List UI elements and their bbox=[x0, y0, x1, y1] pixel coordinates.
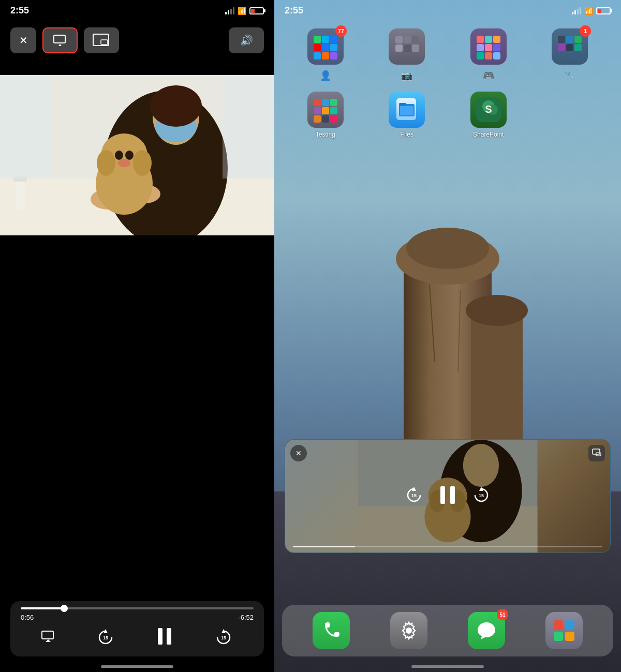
close-button[interactable]: ✕ bbox=[10, 27, 36, 53]
svg-text:15: 15 bbox=[221, 635, 226, 640]
pip-skip-forward[interactable]: 15 bbox=[472, 486, 491, 506]
pause-button[interactable] bbox=[156, 626, 173, 648]
app-item-sharepoint[interactable]: S SharePoint bbox=[468, 92, 509, 138]
battery-left bbox=[249, 7, 264, 14]
dock-item-settings[interactable] bbox=[390, 612, 427, 649]
svg-rect-101 bbox=[440, 486, 445, 504]
right-time: 2:55 bbox=[285, 5, 303, 16]
sharepoint-label: SharePoint bbox=[473, 131, 504, 138]
svg-rect-56 bbox=[404, 44, 411, 52]
folder2-icon bbox=[389, 28, 425, 65]
pip-icon bbox=[93, 34, 110, 47]
svg-rect-54 bbox=[412, 36, 419, 43]
work-folder-icon: 1 bbox=[552, 28, 588, 65]
progress-thumb bbox=[61, 605, 68, 612]
multi-icon-art bbox=[552, 618, 576, 643]
svg-rect-79 bbox=[314, 115, 321, 123]
svg-rect-23 bbox=[223, 75, 274, 178]
svg-rect-102 bbox=[450, 486, 455, 504]
row1-icon-4: 🔧 bbox=[564, 70, 575, 81]
airplay-small-icon bbox=[41, 631, 55, 642]
pip-pause-button[interactable] bbox=[439, 485, 456, 507]
pip-expand-icon bbox=[592, 449, 601, 458]
airplay-button[interactable] bbox=[42, 27, 78, 53]
pip-progress bbox=[293, 546, 602, 547]
dock-item-phone[interactable] bbox=[313, 612, 350, 649]
svg-rect-20 bbox=[16, 178, 25, 210]
svg-rect-43 bbox=[314, 36, 321, 43]
svg-rect-77 bbox=[322, 107, 329, 114]
skip-forward-button[interactable]: 15 bbox=[214, 628, 233, 647]
right-status-bar: 2:55 📶 bbox=[274, 0, 621, 21]
svg-rect-4 bbox=[101, 40, 108, 44]
close-icon: ✕ bbox=[19, 34, 28, 47]
dock: 51 bbox=[282, 605, 613, 656]
svg-rect-64 bbox=[477, 52, 484, 59]
airplay-icon bbox=[53, 35, 67, 46]
app-item-testing[interactable]: Testing bbox=[305, 92, 346, 138]
testing-folder-icon bbox=[307, 92, 344, 128]
svg-rect-62 bbox=[485, 44, 492, 51]
app-item-work-folder[interactable]: 1 🔧 bbox=[549, 28, 590, 81]
svg-rect-24 bbox=[42, 631, 53, 639]
svg-rect-29 bbox=[158, 628, 162, 645]
home-indicator-right bbox=[411, 665, 484, 668]
svg-rect-109 bbox=[565, 620, 574, 630]
pip-expand-button[interactable] bbox=[588, 445, 605, 461]
signal-bars-right bbox=[572, 7, 581, 14]
svg-rect-22 bbox=[0, 75, 52, 178]
current-time: 0:56 bbox=[21, 614, 34, 621]
svg-rect-71 bbox=[566, 44, 573, 51]
folder-social-art bbox=[312, 33, 339, 61]
skip-back-button[interactable]: 15 bbox=[96, 628, 115, 647]
social-badge: 77 bbox=[335, 25, 347, 37]
sharepoint-icon: S bbox=[470, 92, 507, 128]
svg-point-107 bbox=[406, 628, 412, 634]
svg-marker-1 bbox=[57, 44, 63, 46]
svg-rect-85 bbox=[399, 103, 406, 106]
left-time: 2:55 bbox=[10, 5, 29, 16]
pip-skip-forward-icon: 15 bbox=[472, 486, 491, 504]
dock-item-multi[interactable] bbox=[545, 612, 583, 649]
pip-button[interactable] bbox=[84, 27, 119, 53]
app-item-social-folder[interactable]: 77 bbox=[305, 28, 346, 81]
signal-bars-left bbox=[225, 7, 234, 14]
wifi-icon-right: 📶 bbox=[584, 7, 593, 15]
svg-rect-73 bbox=[314, 99, 321, 106]
progress-fill bbox=[21, 607, 63, 609]
app-item-folder2[interactable]: 📷 bbox=[386, 28, 427, 81]
app-item-files[interactable]: Files bbox=[386, 92, 427, 138]
svg-rect-60 bbox=[493, 36, 500, 43]
games-folder-icon bbox=[470, 28, 507, 65]
svg-rect-50 bbox=[322, 52, 329, 59]
dock-item-messages[interactable]: 51 bbox=[468, 612, 505, 649]
svg-text:S: S bbox=[485, 103, 492, 115]
settings-icon-art bbox=[398, 620, 419, 641]
airplay-small-button[interactable] bbox=[41, 631, 55, 644]
svg-rect-72 bbox=[574, 44, 582, 51]
phone-icon-art bbox=[321, 620, 342, 641]
app-row-1: 77 bbox=[285, 28, 611, 81]
video-below-area bbox=[0, 235, 274, 349]
svg-rect-44 bbox=[322, 36, 329, 43]
pip-close-button[interactable]: ✕ bbox=[290, 445, 307, 461]
progress-track[interactable] bbox=[21, 607, 254, 609]
pip-skip-back-icon: 15 bbox=[405, 486, 423, 504]
svg-rect-66 bbox=[493, 52, 500, 59]
pip-close-icon: ✕ bbox=[295, 449, 302, 457]
svg-rect-110 bbox=[554, 632, 563, 641]
messages-icon: 51 bbox=[468, 612, 505, 649]
left-status-icons: 📶 bbox=[225, 7, 264, 15]
app-row-2: Testing bbox=[285, 92, 611, 138]
app-item-games-folder[interactable]: 🎮 bbox=[468, 28, 509, 81]
volume-icon: 🔊 bbox=[240, 34, 253, 47]
volume-button[interactable]: 🔊 bbox=[229, 27, 264, 53]
pip-window[interactable]: 15 15 ✕ bbox=[285, 439, 611, 553]
row1-icon-3: 🎮 bbox=[483, 70, 494, 81]
pip-skip-back[interactable]: 15 bbox=[405, 486, 423, 506]
pause-icon bbox=[156, 626, 173, 646]
playback-controls: 15 15 bbox=[21, 626, 254, 648]
svg-rect-59 bbox=[485, 36, 492, 43]
svg-rect-81 bbox=[330, 115, 337, 123]
files-icon-art bbox=[396, 98, 418, 122]
